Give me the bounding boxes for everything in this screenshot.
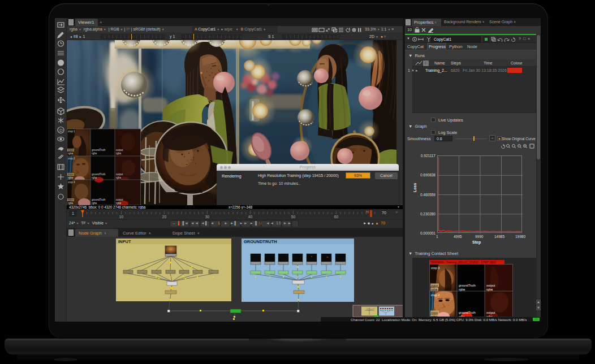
- svg-text:groundTruth: groundTruth: [459, 311, 476, 314]
- svg-text:input: input: [431, 311, 438, 314]
- svg-text:10: 10: [119, 215, 124, 219]
- svg-text:40: 40: [248, 215, 253, 219]
- svg-text:70: 70: [365, 210, 369, 214]
- svg-text:groundTruth: groundTruth: [459, 284, 476, 287]
- svg-text:GROUNDTRUTH: GROUNDTRUTH: [244, 239, 277, 244]
- svg-text:D: D: [59, 128, 63, 133]
- svg-text:rgba: rgba: [459, 288, 465, 291]
- svg-text:input: input: [431, 284, 438, 287]
- svg-text:rgba: rgba: [431, 288, 438, 291]
- svg-text:crop 2: crop 2: [431, 293, 439, 297]
- svg-text:output: output: [486, 311, 495, 314]
- svg-text:output: output: [486, 284, 495, 287]
- svg-text:60: 60: [334, 215, 339, 219]
- svg-text:rgba: rgba: [486, 288, 493, 291]
- svg-text:50: 50: [291, 215, 296, 219]
- svg-text:30: 30: [205, 215, 210, 219]
- svg-text:INPUT: INPUT: [118, 239, 131, 244]
- svg-text:20: 20: [162, 215, 167, 219]
- svg-text:crop 3: crop 3: [431, 266, 439, 270]
